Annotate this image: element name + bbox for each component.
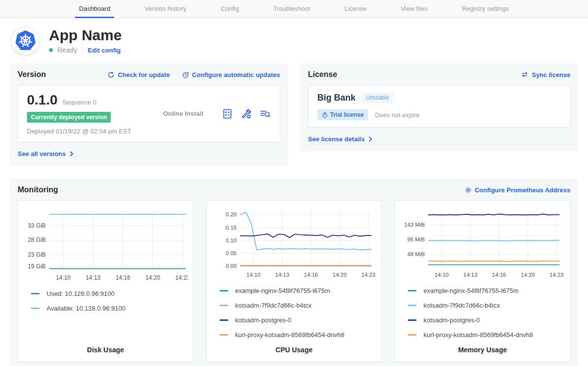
disk-usage-legend: Used: 10.128.0.96:9100Available: 10.128.… — [23, 290, 188, 319]
divider: | — [81, 46, 83, 54]
legend-dash — [220, 334, 228, 336]
legend-item-kurl-proxy-kotsadm-8569fb6454-dnvh8: kurl-proxy-kotsadm-8569fb6454-dnvh8 — [220, 331, 377, 339]
preflight-checks-icon[interactable] — [222, 108, 233, 119]
configure-automatic-updates-link[interactable]: Configure automatic updates — [182, 71, 280, 78]
schedule-update-icon — [182, 71, 189, 78]
tab-version-history[interactable]: Version history — [141, 0, 190, 18]
svg-text:0.15: 0.15 — [225, 225, 236, 231]
edit-config-wrench-icon[interactable] — [241, 108, 251, 119]
top-nav: DashboardVersion historyConfigTroublesho… — [0, 0, 588, 18]
svg-text:143 MiB: 143 MiB — [404, 222, 425, 228]
chart-title: Disk Usage — [23, 346, 188, 354]
svg-text:48 MiB: 48 MiB — [407, 251, 425, 257]
install-type-label: Online Install — [145, 110, 222, 117]
svg-text:14:20: 14:20 — [521, 272, 535, 278]
check-for-update-link[interactable]: Check for update — [107, 71, 170, 78]
kubernetes-icon — [14, 29, 37, 52]
license-panel-title: License — [308, 70, 338, 79]
svg-text:14:20: 14:20 — [146, 274, 160, 281]
legend-dash — [31, 293, 40, 294]
svg-text:14:10: 14:10 — [56, 274, 71, 281]
svg-text:14:10: 14:10 — [435, 272, 449, 278]
view-logs-icon[interactable] — [259, 108, 271, 119]
legend-dash — [220, 290, 228, 291]
svg-text:19 GiB: 19 GiB — [28, 263, 46, 270]
svg-text:14:13: 14:13 — [275, 272, 289, 278]
stopwatch-icon — [322, 112, 328, 118]
legend-dash — [408, 319, 416, 321]
see-all-versions-link[interactable]: See all versions — [18, 150, 74, 157]
disk-usage-chart: 14:1014:1314:1614:2014:2333 GiB28 GiB23 … — [23, 206, 188, 283]
license-expiry: Does not expire — [375, 111, 419, 119]
version-sequence: Sequence 0 — [62, 99, 96, 106]
svg-text:0.10: 0.10 — [225, 237, 236, 243]
legend-item-available-10-128-0-96-9100: Available: 10.128.0.96:9100 — [31, 305, 188, 312]
svg-text:0.05: 0.05 — [225, 250, 236, 256]
legend-item-kotsadm-7f9dc7d66c-b4tcx: kotsadm-7f9dc7d66c-b4tcx — [408, 302, 565, 309]
gear-icon — [465, 186, 472, 194]
monitoring-title: Monitoring — [18, 185, 58, 194]
legend-dash — [31, 308, 40, 309]
edit-config-link[interactable]: Edit config — [88, 47, 121, 54]
svg-text:14:23: 14:23 — [550, 272, 564, 278]
legend-item-kotsadm-7f9dc7d66c-b4tcx: kotsadm-7f9dc7d66c-b4tcx — [220, 302, 377, 309]
legend-dash — [220, 319, 228, 321]
version-number: 0.1.0 — [27, 92, 57, 108]
cpu-usage-chart-card: 14:1014:1314:1614:2014:230.200.150.100.0… — [206, 200, 382, 362]
status-dot — [49, 48, 53, 52]
legend-dash — [408, 290, 416, 291]
app-header: App Name Ready | Edit config — [0, 18, 588, 56]
svg-text:14:16: 14:16 — [304, 272, 318, 278]
configure-prometheus-link[interactable]: Configure Prometheus Address — [465, 186, 570, 194]
svg-text:14:23: 14:23 — [361, 272, 375, 278]
app-logo — [12, 27, 39, 54]
tab-dashboard[interactable]: Dashboard — [75, 0, 114, 18]
chart-title: Memory Usage — [400, 346, 565, 354]
tab-view-files[interactable]: View files — [397, 0, 432, 18]
customer-name: Big Bank — [318, 93, 356, 103]
chevron-right-icon — [368, 136, 373, 142]
status-text: Ready — [57, 46, 77, 54]
svg-text:0.20: 0.20 — [225, 211, 236, 217]
memory-usage-chart: 14:1014:1314:1614:2014:23143 MiB95 MiB48… — [400, 206, 565, 280]
refresh-icon — [107, 71, 115, 78]
tab-troubleshoot[interactable]: Troubleshoot — [270, 0, 314, 18]
version-panel: Version Check for update Configure au — [10, 63, 288, 166]
legend-dash — [408, 334, 416, 336]
monitoring-panel: Monitoring Configure Prometheus Address … — [10, 179, 578, 366]
license-panel: License Sync license Big Bank Unstable — [300, 63, 579, 151]
see-license-details-link[interactable]: See license details — [308, 135, 373, 143]
memory-usage-chart-card: 14:1014:1314:1614:2014:23143 MiB95 MiB48… — [394, 200, 570, 362]
version-panel-title: Version — [18, 70, 46, 79]
legend-item-kurl-proxy-kotsadm-8569fb6454-dnvh8: kurl-proxy-kotsadm-8569fb6454-dnvh8 — [408, 331, 565, 339]
legend-item-kotsadm-postgres-0: kotsadm-postgres-0 — [220, 316, 377, 324]
svg-text:14:16: 14:16 — [116, 274, 130, 281]
tab-license[interactable]: License — [341, 0, 370, 18]
trial-license-badge: Trial license — [318, 109, 368, 120]
current-version-card: 0.1.0 Sequence 0 Currently deployed vers… — [18, 85, 280, 142]
channel-badge: Unstable — [362, 92, 393, 103]
legend-item-used-10-128-0-96-9100: Used: 10.128.0.96:9100 — [31, 290, 188, 297]
svg-text:33 GiB: 33 GiB — [28, 222, 46, 229]
svg-text:0.00: 0.00 — [225, 263, 236, 269]
tab-registry-settings[interactable]: Registry settings — [458, 0, 513, 18]
svg-text:14:23: 14:23 — [175, 274, 188, 281]
deployed-timestamp: Deployed 01/19/22 @ 02:04 pm EST — [27, 128, 145, 135]
page-title: App Name — [49, 27, 122, 43]
svg-text:14:10: 14:10 — [246, 272, 261, 278]
chevron-right-icon — [69, 151, 74, 157]
svg-text:95 MiB: 95 MiB — [407, 236, 425, 242]
legend-item-example-nginx-54f8f76755-l675m: example-nginx-54f8f76755-l675m — [408, 287, 565, 294]
legend-dash — [408, 305, 416, 306]
memory-usage-legend: example-nginx-54f8f76755-l675mkotsadm-7f… — [400, 287, 565, 346]
svg-text:28 GiB: 28 GiB — [28, 236, 46, 243]
legend-item-example-nginx-54f8f76755-l675m: example-nginx-54f8f76755-l675m — [220, 287, 377, 294]
svg-text:23 GiB: 23 GiB — [28, 251, 46, 258]
deployed-badge: Currently deployed version — [27, 112, 111, 123]
license-card: Big Bank Unstable Trial license Does not… — [308, 85, 571, 128]
chart-title: CPU Usage — [212, 346, 377, 354]
svg-text:14:13: 14:13 — [464, 272, 478, 278]
svg-text:14:13: 14:13 — [86, 274, 100, 281]
sync-license-link[interactable]: Sync license — [521, 71, 570, 78]
tab-config[interactable]: Config — [217, 0, 243, 18]
